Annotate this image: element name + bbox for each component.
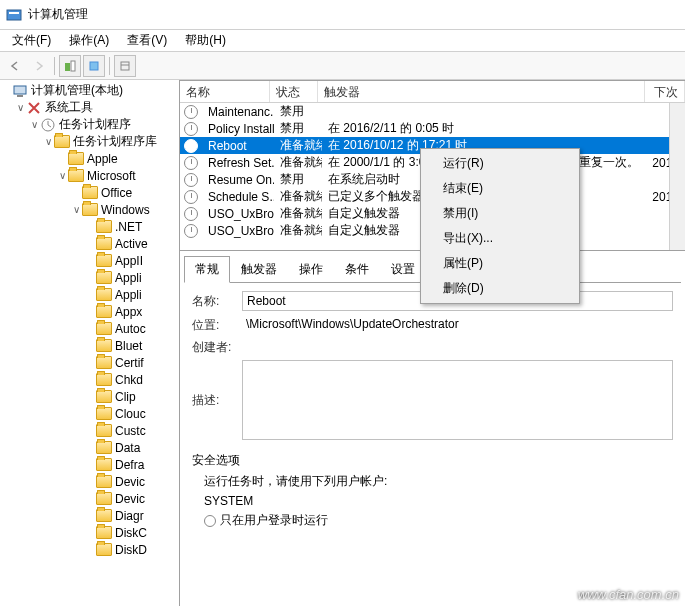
tree-node[interactable]: Appli	[0, 269, 179, 286]
cell-status: 禁用	[274, 171, 322, 188]
ctx-export[interactable]: 导出(X)...	[423, 226, 577, 251]
tree-node[interactable]: Apple	[0, 150, 179, 167]
tree-label: Defra	[115, 458, 144, 472]
security-opt-loggedon[interactable]: 只在用户登录时运行	[204, 512, 673, 529]
cell-name: Reboot	[202, 139, 274, 153]
tree-node[interactable]: ∨系统工具	[0, 99, 179, 116]
tree-label: Devic	[115, 492, 145, 506]
tree-twisty[interactable]: ∨	[70, 204, 82, 215]
tree-node[interactable]: Chkd	[0, 371, 179, 388]
forward-button[interactable]	[28, 55, 50, 77]
toolbar-btn-3[interactable]	[114, 55, 136, 77]
back-button[interactable]	[4, 55, 26, 77]
folder-icon	[96, 441, 112, 454]
folder-icon	[96, 475, 112, 488]
tree-node[interactable]: Devic	[0, 473, 179, 490]
tab-actions[interactable]: 操作	[288, 256, 334, 283]
tree-node[interactable]: Diagr	[0, 507, 179, 524]
ctx-props[interactable]: 属性(P)	[423, 251, 577, 276]
tree-node[interactable]: ∨任务计划程序库	[0, 133, 179, 150]
tree-label: Clouc	[115, 407, 146, 421]
tree-node[interactable]: Certif	[0, 354, 179, 371]
tree-node[interactable]: .NET	[0, 218, 179, 235]
security-section-title: 安全选项	[192, 452, 673, 469]
context-menu: 运行(R) 结束(E) 禁用(I) 导出(X)... 属性(P) 删除(D)	[420, 148, 580, 304]
tree-node[interactable]: ∨Microsoft	[0, 167, 179, 184]
col-trigger[interactable]: 触发器	[318, 81, 645, 102]
ctx-delete[interactable]: 删除(D)	[423, 276, 577, 301]
folder-icon	[96, 407, 112, 420]
svg-rect-0	[7, 10, 21, 20]
clock-icon	[184, 156, 198, 170]
tree-node[interactable]: Clouc	[0, 405, 179, 422]
folder-icon	[96, 492, 112, 505]
clock-icon	[184, 105, 198, 119]
tree-node[interactable]: 计算机管理(本地)	[0, 82, 179, 99]
watermark: www.cfan.com.cn	[578, 587, 679, 602]
toolbar-btn-2[interactable]	[83, 55, 105, 77]
tab-conditions[interactable]: 条件	[334, 256, 380, 283]
ctx-end[interactable]: 结束(E)	[423, 176, 577, 201]
cell-status: 准备就绪	[274, 154, 322, 171]
value-desc[interactable]	[242, 360, 673, 440]
tree-node[interactable]: DiskD	[0, 541, 179, 558]
ctx-run[interactable]: 运行(R)	[423, 151, 577, 176]
menu-view[interactable]: 查看(V)	[119, 30, 175, 51]
tree-node[interactable]: Bluet	[0, 337, 179, 354]
clock-icon	[184, 190, 198, 204]
tree-node[interactable]: Defra	[0, 456, 179, 473]
tree-node[interactable]: AppII	[0, 252, 179, 269]
tree-label: Custc	[115, 424, 146, 438]
folder-icon	[96, 390, 112, 403]
col-name[interactable]: 名称	[180, 81, 270, 102]
tab-general[interactable]: 常规	[184, 256, 230, 283]
tree-node[interactable]: DiskC	[0, 524, 179, 541]
menu-file[interactable]: 文件(F)	[4, 30, 59, 51]
cell-status: 禁用	[274, 120, 322, 137]
menu-action[interactable]: 操作(A)	[61, 30, 117, 51]
col-next[interactable]: 下次	[645, 81, 685, 102]
tab-triggers[interactable]: 触发器	[230, 256, 288, 283]
tree-node[interactable]: Custc	[0, 422, 179, 439]
folder-icon	[68, 152, 84, 165]
separator	[109, 57, 110, 75]
tree-twisty[interactable]: ∨	[42, 136, 54, 147]
tree-node[interactable]: Appx	[0, 303, 179, 320]
title-bar: 计算机管理	[0, 0, 685, 30]
tree-label: Chkd	[115, 373, 143, 387]
tree-label: DiskD	[115, 543, 147, 557]
tree-label: 系统工具	[45, 99, 93, 116]
task-row[interactable]: Policy Install禁用在 2016/2/11 的 0:05 时	[180, 120, 685, 137]
tree-node[interactable]: Active	[0, 235, 179, 252]
tree-node[interactable]: Clip	[0, 388, 179, 405]
tree-twisty[interactable]: ∨	[28, 119, 40, 130]
tree-label: AppII	[115, 254, 143, 268]
tree-node[interactable]: Appli	[0, 286, 179, 303]
toolbar-btn-1[interactable]	[59, 55, 81, 77]
folder-icon	[96, 356, 112, 369]
tree-node[interactable]: Autoc	[0, 320, 179, 337]
tree-node[interactable]: Office	[0, 184, 179, 201]
ctx-disable[interactable]: 禁用(I)	[423, 201, 577, 226]
menu-help[interactable]: 帮助(H)	[177, 30, 234, 51]
tree-twisty[interactable]: ∨	[56, 170, 68, 181]
task-row[interactable]: Maintenanc...禁用	[180, 103, 685, 120]
label-desc: 描述:	[192, 392, 242, 409]
tree-node[interactable]: Devic	[0, 490, 179, 507]
tree-twisty[interactable]: ∨	[14, 102, 26, 113]
tree-node[interactable]: ∨Windows	[0, 201, 179, 218]
folder-icon	[96, 373, 112, 386]
vertical-scrollbar[interactable]	[669, 103, 685, 250]
folder-icon	[96, 271, 112, 284]
app-icon	[6, 7, 22, 23]
folder-icon	[96, 322, 112, 335]
folder-icon	[96, 288, 112, 301]
col-status[interactable]: 状态	[270, 81, 318, 102]
folder-icon	[96, 220, 112, 233]
toolbar	[0, 52, 685, 80]
row-desc: 描述:	[192, 360, 673, 440]
folder-icon	[96, 509, 112, 522]
value-location: \Microsoft\Windows\UpdateOrchestrator	[242, 315, 673, 335]
tree-node[interactable]: ∨任务计划程序	[0, 116, 179, 133]
tree-node[interactable]: Data	[0, 439, 179, 456]
